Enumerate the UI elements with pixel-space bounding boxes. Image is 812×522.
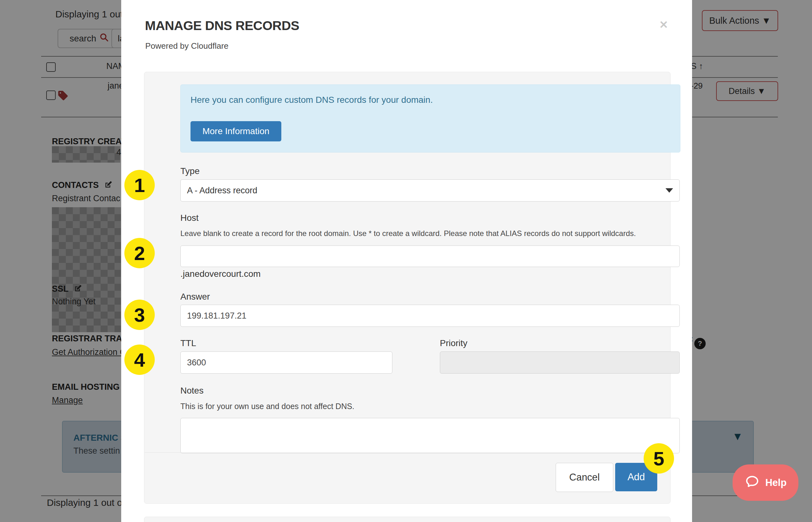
screen: Displaying 1 out search la Bulk Actions … — [0, 0, 812, 522]
close-icon[interactable]: ✕ — [659, 18, 668, 31]
annotation-step-2: 2 — [124, 238, 155, 268]
help-button[interactable]: Help — [733, 464, 798, 501]
modal-subtitle: Powered by Cloudflare — [145, 41, 229, 51]
annotation-step-1: 1 — [124, 170, 155, 200]
footer-divider — [145, 453, 670, 453]
modal-title: MANAGE DNS RECORDS — [145, 18, 299, 33]
notes-help-text: This is for your own use and does not af… — [180, 402, 354, 411]
type-select[interactable]: A - Address record — [180, 179, 680, 202]
host-input[interactable] — [180, 245, 680, 267]
answer-input[interactable] — [180, 305, 680, 327]
host-suffix: .janedovercourt.com — [180, 269, 261, 279]
type-select-value: A - Address record — [187, 186, 257, 196]
notes-textarea[interactable] — [180, 418, 680, 453]
annotation-step-3: 3 — [124, 300, 155, 330]
priority-input — [440, 352, 680, 374]
next-section-panel — [144, 517, 671, 522]
dns-form-panel: Here you can configure custom DNS record… — [144, 72, 671, 504]
help-button-label: Help — [765, 477, 786, 488]
type-label: Type — [180, 166, 200, 176]
ttl-label: TTL — [180, 338, 196, 348]
notes-label: Notes — [180, 386, 203, 396]
select-caret-icon — [666, 188, 673, 193]
priority-label: Priority — [440, 338, 468, 348]
cancel-button[interactable]: Cancel — [556, 463, 613, 492]
host-label: Host — [180, 213, 199, 223]
manage-dns-modal: MANAGE DNS RECORDS Powered by Cloudflare… — [121, 0, 692, 522]
chat-bubble-icon — [744, 474, 760, 492]
annotation-step-5: 5 — [643, 443, 674, 474]
info-text: Here you can configure custom DNS record… — [191, 95, 433, 105]
more-information-button[interactable]: More Information — [191, 121, 281, 141]
ttl-input[interactable] — [180, 352, 392, 374]
info-box: Here you can configure custom DNS record… — [180, 84, 680, 153]
host-help-text: Leave blank to create a record for the r… — [180, 229, 677, 238]
annotation-step-4: 4 — [124, 344, 155, 375]
answer-label: Answer — [180, 292, 210, 302]
